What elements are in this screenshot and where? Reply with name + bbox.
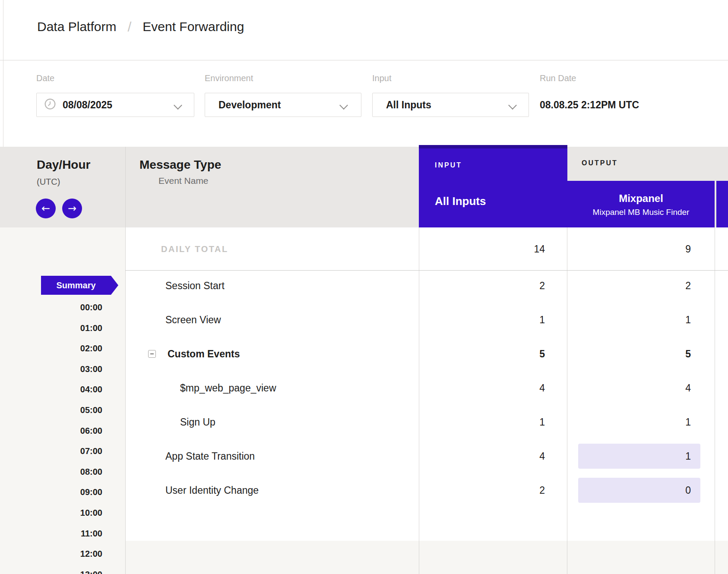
input-column-name: All Inputs <box>435 195 486 208</box>
hour-row-label[interactable]: 13:00 <box>0 569 102 574</box>
breadcrumb: Data Platform / Event Forwarding <box>37 16 244 37</box>
daily-total-input-value: 14 <box>419 243 545 255</box>
input-value[interactable]: All Inputs <box>386 93 431 117</box>
row-input-value: 2 <box>419 484 545 496</box>
hour-row-label[interactable]: 06:00 <box>0 425 102 436</box>
input-section-label: INPUT <box>435 161 462 169</box>
run-date-label: Run Date <box>540 73 576 83</box>
row-output-value: 1 <box>685 444 691 469</box>
hour-row-label[interactable]: 12:00 <box>0 548 102 559</box>
hour-row-label[interactable]: 03:00 <box>0 363 102 375</box>
date-value[interactable]: 08/08/2025 <box>63 93 112 117</box>
mixpanel-column-header[interactable]: Mixpanel Mixpanel MB Music Finder <box>567 181 715 227</box>
event-forwarding-page: Data Platform / Event Forwarding Date 08… <box>0 0 728 574</box>
row-input-value: 4 <box>419 450 545 462</box>
daily-total-output-value: 9 <box>567 243 691 255</box>
hour-row-label[interactable]: 09:00 <box>0 486 102 498</box>
run-date-value: 08.08.25 2:12PM UTC <box>540 93 639 117</box>
date-dropdown[interactable] <box>36 93 194 117</box>
row-output-value: 1 <box>567 314 691 326</box>
input-filter-label: Input <box>372 73 391 83</box>
row-output-value: 4 <box>567 382 691 394</box>
row-label-session-start: Session Start <box>165 280 225 292</box>
hour-row-label[interactable]: 08:00 <box>0 466 102 477</box>
row-output-value: 1 <box>567 416 691 428</box>
next-day-button[interactable]: → <box>62 199 82 218</box>
row-input-value: 1 <box>419 314 545 326</box>
date-filter-label: Date <box>36 73 54 83</box>
hour-row-label[interactable]: 04:00 <box>0 384 102 395</box>
column-divider <box>715 227 715 574</box>
row-label-mp-web-page-view: $mp_web_page_view <box>180 382 276 394</box>
summary-label: Summary <box>41 276 111 295</box>
output-section-label: OUTPUT <box>582 159 618 167</box>
hour-row-label[interactable]: 10:00 <box>0 507 102 518</box>
hour-row-label[interactable]: 11:00 <box>0 528 102 539</box>
input-column-header[interactable]: INPUT All Inputs <box>419 145 567 227</box>
breadcrumb-separator: / <box>127 19 131 35</box>
row-input-value: 2 <box>419 280 545 292</box>
input-column-accent <box>419 145 567 148</box>
daily-total-label: DAILY TOTAL <box>161 243 228 255</box>
day-hour-column-title: Day/Hour <box>37 158 90 172</box>
event-name-subtitle: Event Name <box>158 176 209 186</box>
daily-total-divider <box>125 270 728 271</box>
previous-day-button[interactable]: ← <box>36 199 56 218</box>
row-output-value: 2 <box>567 280 691 292</box>
row-input-value: 5 <box>419 348 545 360</box>
hour-row-label[interactable]: 05:00 <box>0 404 102 416</box>
row-output-value: 0 <box>685 478 691 503</box>
row-label-screen-view: Screen View <box>165 314 221 326</box>
breadcrumb-data-platform[interactable]: Data Platform <box>37 19 116 34</box>
column-divider <box>125 147 126 574</box>
arrow-right-icon: → <box>68 203 76 214</box>
hour-row-label[interactable]: 02:00 <box>0 343 102 354</box>
row-label-sign-up: Sign Up <box>180 416 215 428</box>
row-label-app-state-transition: App State Transition <box>165 450 255 462</box>
arrow-left-icon: ← <box>41 203 50 214</box>
environment-filter-label: Environment <box>205 73 253 83</box>
next-output-column-partial <box>716 181 728 227</box>
row-label-user-identity-change: User Identity Change <box>165 484 259 496</box>
environment-value[interactable]: Development <box>218 93 281 117</box>
clock-icon <box>44 98 56 110</box>
row-input-value: 4 <box>419 382 545 394</box>
summary-badge-arrow <box>111 276 118 295</box>
table-footer-band <box>125 541 728 574</box>
row-input-value: 1 <box>419 416 545 428</box>
row-label-custom-events: Custom Events <box>168 348 240 360</box>
header-divider <box>0 60 728 60</box>
message-type-column-title: Message Type <box>139 158 221 172</box>
hour-row-label[interactable]: 07:00 <box>0 445 102 457</box>
highlighted-output-cell: 0 <box>578 478 700 503</box>
day-hour-timezone: (UTC) <box>37 177 60 187</box>
hour-row-label[interactable]: 00:00 <box>0 302 102 313</box>
hour-row-label[interactable]: 01:00 <box>0 322 102 334</box>
mixpanel-column-subtitle: Mixpanel MB Music Finder <box>567 208 715 217</box>
highlighted-output-cell: 1 <box>578 444 700 469</box>
mixpanel-column-title: Mixpanel <box>567 192 715 205</box>
breadcrumb-event-forwarding[interactable]: Event Forwarding <box>142 19 244 34</box>
collapse-icon[interactable] <box>148 350 156 358</box>
row-output-value: 5 <box>567 348 691 360</box>
